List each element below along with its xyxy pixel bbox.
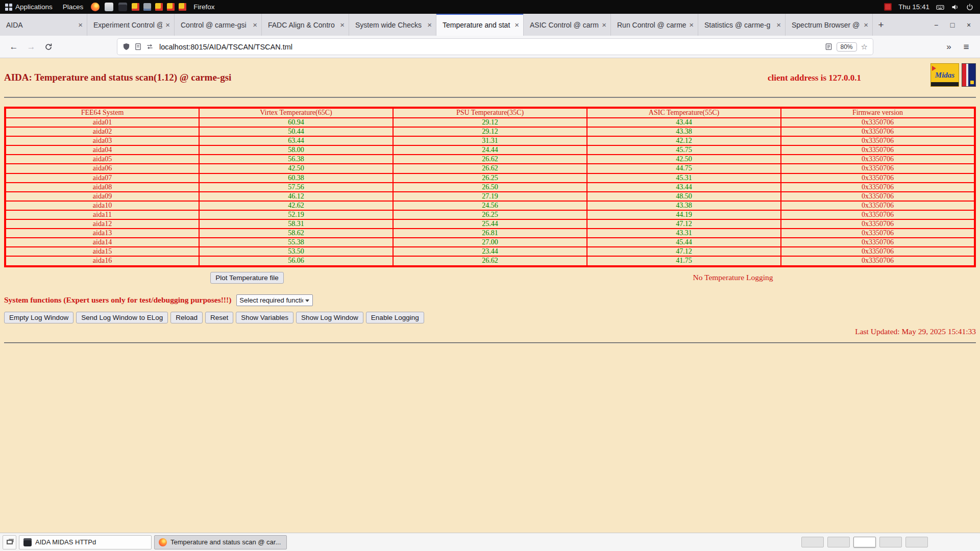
camera-shortcut-icon[interactable] bbox=[143, 3, 151, 11]
virtex-temp: 56.06 bbox=[199, 256, 393, 266]
clock[interactable]: Thu 15:41 bbox=[898, 3, 929, 11]
show-log-window-button[interactable]: Show Log Window bbox=[296, 312, 363, 323]
shield-icon[interactable] bbox=[122, 43, 130, 51]
tab-close-icon[interactable]: × bbox=[602, 20, 606, 29]
url-text[interactable]: localhost:8015/AIDA/TSCAN/TSCAN.tml bbox=[159, 43, 292, 51]
browser-tab[interactable]: Temperature and stat× bbox=[436, 14, 524, 36]
browser-tab[interactable]: ASIC Control @ carm× bbox=[524, 14, 611, 36]
taskbar-item[interactable]: Temperature and status scan @ car... bbox=[154, 535, 287, 549]
places-menu[interactable]: Places bbox=[58, 0, 89, 14]
browser-tab[interactable]: Statistics @ carme-g× bbox=[698, 14, 786, 36]
reload-button[interactable] bbox=[40, 39, 57, 55]
table-row: aida1258.3125.4447.120x3350706 bbox=[5, 219, 975, 229]
tab-close-icon[interactable]: × bbox=[253, 20, 257, 29]
reload-button[interactable]: Reload bbox=[170, 312, 203, 323]
tab-close-icon[interactable]: × bbox=[78, 20, 83, 29]
browser-tab[interactable]: Control @ carme-gsi× bbox=[175, 14, 262, 36]
hamburger-menu-icon[interactable]: ≡ bbox=[958, 39, 975, 55]
psu-temp: 26.25 bbox=[393, 173, 587, 183]
tab-close-icon[interactable]: × bbox=[427, 20, 432, 29]
browser-tab[interactable]: AIDA× bbox=[0, 14, 87, 36]
taskbar-item[interactable]: AIDA MIDAS HTTPd bbox=[19, 535, 152, 549]
send-log-window-to-elog-button[interactable]: Send Log Window to ELog bbox=[76, 312, 168, 323]
midas-shortcut-icon[interactable] bbox=[155, 3, 163, 11]
logging-cell: No Temperature Logging bbox=[490, 273, 976, 282]
zoom-indicator[interactable]: 80% bbox=[837, 42, 857, 52]
reader-mode-icon[interactable] bbox=[825, 43, 832, 51]
workspace-cell[interactable] bbox=[827, 537, 850, 547]
workspace-cell[interactable] bbox=[853, 537, 876, 547]
plot-cell: Plot Temperature file bbox=[4, 272, 490, 284]
taskbar-item-label: Temperature and status scan @ car... bbox=[170, 538, 281, 546]
tab-title: ASIC Control @ carm bbox=[530, 21, 599, 29]
virtex-temp: 53.50 bbox=[199, 247, 393, 256]
browser-tab[interactable]: Run Control @ carme× bbox=[611, 14, 698, 36]
browser-tab[interactable]: Spectrum Browser @× bbox=[786, 14, 873, 36]
asic-temp: 42.12 bbox=[587, 136, 781, 145]
table-row: aida1042.6224.5643.380x3350706 bbox=[5, 201, 975, 210]
firmware-version: 0x3350706 bbox=[781, 201, 975, 210]
psu-temp: 26.50 bbox=[393, 183, 587, 192]
workspace-cell[interactable] bbox=[905, 537, 928, 547]
keyboard-icon[interactable] bbox=[936, 3, 944, 11]
forward-button[interactable]: → bbox=[22, 39, 40, 55]
browser-tab[interactable]: System wide Checks× bbox=[349, 14, 436, 36]
overflow-menu-icon[interactable]: » bbox=[940, 39, 958, 55]
tab-close-icon[interactable]: × bbox=[864, 20, 868, 29]
active-app-menu[interactable]: Firefox bbox=[188, 0, 219, 14]
new-tab-button[interactable]: + bbox=[873, 14, 889, 36]
bookmark-star-icon[interactable]: ☆ bbox=[861, 42, 868, 52]
volume-icon[interactable] bbox=[951, 3, 959, 11]
url-bar[interactable]: localhost:8015/AIDA/TSCAN/TSCAN.tml 80% … bbox=[117, 39, 873, 55]
column-header: Firmware version bbox=[781, 108, 975, 118]
function-select[interactable]: Select required function bbox=[236, 294, 313, 306]
tab-close-icon[interactable]: × bbox=[165, 20, 170, 29]
fee64-name: aida09 bbox=[5, 192, 199, 201]
power-icon[interactable] bbox=[966, 3, 974, 11]
reset-button[interactable]: Reset bbox=[205, 312, 233, 323]
firmware-version: 0x3350706 bbox=[781, 247, 975, 256]
tab-title: Run Control @ carme bbox=[617, 21, 686, 29]
minimize-button[interactable]: − bbox=[932, 21, 940, 29]
psu-temp: 26.81 bbox=[393, 229, 587, 238]
files-launcher-icon[interactable] bbox=[105, 3, 113, 11]
function-select-wrap: Select required function bbox=[236, 294, 313, 306]
firefox-launcher-icon[interactable] bbox=[91, 3, 100, 11]
fee64-name: aida11 bbox=[5, 210, 199, 219]
fee64-name: aida12 bbox=[5, 219, 199, 229]
taskbar: AIDA MIDAS HTTPdTemperature and status s… bbox=[0, 533, 980, 551]
maximize-button[interactable]: □ bbox=[948, 21, 957, 29]
workspace-cell[interactable] bbox=[801, 537, 824, 547]
tab-close-icon[interactable]: × bbox=[340, 20, 345, 29]
tab-close-icon[interactable]: × bbox=[776, 20, 781, 29]
applications-menu[interactable]: Applications bbox=[0, 0, 58, 14]
page-info-icon[interactable] bbox=[134, 43, 142, 51]
show-desktop-button[interactable] bbox=[3, 535, 16, 549]
record-icon[interactable] bbox=[884, 3, 892, 11]
back-button[interactable]: ← bbox=[5, 39, 22, 55]
close-button[interactable]: × bbox=[965, 21, 973, 29]
windows-icon bbox=[7, 540, 13, 544]
tab-close-icon[interactable]: × bbox=[689, 20, 694, 29]
midas-shortcut-icon[interactable] bbox=[179, 3, 186, 11]
midas-shortcut-icon[interactable] bbox=[167, 3, 175, 11]
page-header: AIDA: Temperature and status scan(1.12) … bbox=[4, 58, 976, 83]
workspace-cell[interactable] bbox=[879, 537, 902, 547]
midas-shortcut-icon[interactable] bbox=[132, 3, 139, 11]
column-header: FEE64 System bbox=[5, 108, 199, 118]
psu-temp: 26.25 bbox=[393, 210, 587, 219]
applications-menu-label: Applications bbox=[15, 3, 53, 11]
firmware-version: 0x3350706 bbox=[781, 173, 975, 183]
enable-logging-button[interactable]: Enable Logging bbox=[366, 312, 424, 323]
asic-temp: 41.75 bbox=[587, 256, 781, 266]
show-variables-button[interactable]: Show Variables bbox=[236, 312, 293, 323]
tab-title: Temperature and stat bbox=[443, 21, 511, 29]
plot-temperature-button[interactable]: Plot Temperature file bbox=[210, 272, 284, 284]
browser-tab[interactable]: FADC Align & Contro× bbox=[262, 14, 349, 36]
asic-temp: 45.75 bbox=[587, 145, 781, 155]
empty-log-window-button[interactable]: Empty Log Window bbox=[4, 312, 74, 323]
tab-close-icon[interactable]: × bbox=[514, 20, 519, 29]
permissions-icon[interactable] bbox=[146, 43, 154, 51]
terminal-launcher-icon[interactable] bbox=[118, 3, 127, 11]
browser-tab[interactable]: Experiment Control @ c× bbox=[87, 14, 175, 36]
